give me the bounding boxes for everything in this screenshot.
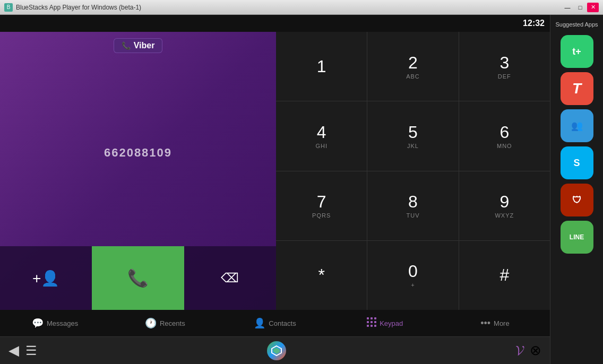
key-number-7: 7 — [317, 193, 326, 211]
key-1[interactable]: 1 — [276, 32, 367, 101]
titlebar: B BlueStacks App Player for Windows (bet… — [0, 0, 603, 15]
window-title: BlueStacks App Player for Windows (beta-… — [16, 4, 141, 11]
key-#[interactable]: # — [459, 241, 550, 310]
key-number-1: 1 — [317, 57, 326, 76]
maximize-button[interactable]: □ — [574, 3, 586, 12]
sys-right-buttons: 𝓥 ⊗ — [515, 342, 541, 359]
close-button[interactable]: ✕ — [587, 3, 599, 12]
back-button[interactable]: ◀ — [8, 342, 19, 359]
menu-button[interactable]: ☰ — [25, 343, 37, 358]
key-letters-3: DEF — [498, 73, 511, 80]
app-icon-MN: 👥 — [571, 120, 583, 132]
sidebar-app-t-app[interactable]: T — [561, 72, 593, 105]
nav-icon-keypad — [367, 317, 376, 330]
nav-label-contacts: Contacts — [269, 319, 296, 327]
phone-number-display: 662088109 — [0, 59, 276, 246]
backspace-icon: ⌫ — [221, 271, 239, 285]
svg-rect-4 — [371, 321, 373, 323]
nav-item-messages[interactable]: 💬Messages — [0, 310, 110, 336]
svg-rect-1 — [371, 317, 373, 319]
app-icon-Skype: S — [573, 158, 580, 169]
backspace-button[interactable]: ⌫ — [184, 246, 276, 310]
svg-rect-2 — [374, 317, 376, 319]
key-0[interactable]: 0+ — [367, 241, 458, 310]
key-number-9: 9 — [499, 193, 509, 211]
app-icon-text+: t+ — [572, 46, 581, 57]
nav-label-recents: Recents — [160, 319, 185, 327]
sidebar-app-avira[interactable]: 🛡 — [561, 184, 593, 216]
key-5[interactable]: 5JKL — [367, 101, 458, 170]
svg-rect-5 — [374, 321, 376, 323]
keypad-grid: 12ABC3DEF4GHI5JKL6MNO7PQRS8TUV9WXYZ*0+# — [276, 32, 550, 310]
viber-logo: 📞 Viber — [114, 38, 163, 53]
clock: 12:32 — [523, 19, 545, 28]
app-icon-T-app: T — [572, 80, 581, 97]
svg-rect-8 — [374, 325, 376, 327]
nav-label-more: More — [494, 319, 510, 327]
minimize-button[interactable]: — — [562, 3, 573, 12]
sidebar-app-mn[interactable]: 👥 — [561, 109, 593, 142]
key-number-4: 4 — [317, 123, 326, 142]
phone-content: 📞 Viber 662088109 +👤 📞 ⌫ — [0, 32, 550, 310]
system-bar: ◀ ☰ 𝓥 ⊗ — [0, 336, 550, 364]
phone-area: 12:32 📞 Viber 662088109 +👤 — [0, 15, 550, 364]
viber-header: 📞 Viber — [0, 32, 276, 59]
viber-label: Viber — [134, 41, 155, 50]
key-number-#: # — [499, 266, 509, 284]
key-6[interactable]: 6MNO — [459, 101, 550, 170]
sidebar-app-text+[interactable]: t+ — [561, 35, 593, 68]
viber-phone-icon: 📞 — [122, 41, 131, 50]
add-contact-button[interactable]: +👤 — [0, 246, 92, 310]
nav-icon-more: ••• — [480, 318, 490, 329]
key-letters-2: ABC — [406, 73, 420, 80]
viber-sys-icon[interactable]: 𝓥 — [515, 342, 523, 359]
key-number-*: * — [318, 266, 324, 284]
key-number-0: 0 — [408, 262, 418, 281]
nav-icon-contacts: 👤 — [254, 317, 265, 329]
key-2[interactable]: 2ABC — [367, 32, 458, 101]
key-4[interactable]: 4GHI — [276, 101, 367, 170]
key-letters-8: TUV — [406, 212, 419, 219]
key-number-3: 3 — [499, 54, 509, 72]
key-8[interactable]: 8TUV — [367, 171, 458, 240]
key-letters-9: WXYZ — [495, 212, 514, 219]
viber-action-buttons: +👤 📞 ⌫ — [0, 246, 276, 310]
call-button[interactable]: 📞 — [92, 246, 184, 310]
app-icon: B — [4, 3, 13, 12]
settings-sys-icon[interactable]: ⊗ — [530, 342, 541, 359]
app-icon-Avira: 🛡 — [572, 195, 582, 206]
key-3[interactable]: 3DEF — [459, 32, 550, 101]
key-letters-5: JKL — [407, 143, 419, 149]
svg-rect-7 — [371, 325, 373, 327]
svg-rect-3 — [367, 321, 369, 323]
sidebar-app-skype[interactable]: S — [561, 146, 593, 179]
svg-marker-10 — [273, 348, 280, 354]
nav-item-more[interactable]: •••More — [440, 310, 550, 336]
keypad-area: 12ABC3DEF4GHI5JKL6MNO7PQRS8TUV9WXYZ*0+# — [276, 32, 550, 310]
window-controls: — □ ✕ — [562, 3, 599, 12]
viber-panel: 📞 Viber 662088109 +👤 📞 ⌫ — [0, 32, 276, 310]
app-icon-LINE: LINE — [570, 233, 584, 241]
key-number-5: 5 — [408, 123, 418, 142]
nav-label-keypad: Keypad — [380, 319, 403, 327]
nav-item-recents[interactable]: 🕐Recents — [110, 310, 220, 336]
key-7[interactable]: 7PQRS — [276, 171, 367, 240]
sidebar-app-line[interactable]: LINE — [561, 221, 593, 254]
nav-icon-messages: 💬 — [32, 317, 44, 329]
key-9[interactable]: 9WXYZ — [459, 171, 550, 240]
call-icon: 📞 — [127, 268, 149, 288]
add-contact-icon: +👤 — [32, 270, 59, 287]
svg-rect-6 — [367, 325, 369, 327]
nav-item-keypad[interactable]: Keypad — [330, 310, 440, 336]
nav-item-contacts[interactable]: 👤Contacts — [220, 310, 330, 336]
svg-rect-0 — [367, 317, 369, 319]
key-*[interactable]: * — [276, 241, 367, 310]
status-bar: 12:32 — [0, 15, 550, 32]
bluestacks-logo[interactable] — [267, 341, 286, 360]
main-area: 12:32 📞 Viber 662088109 +👤 — [0, 15, 603, 364]
key-number-2: 2 — [408, 54, 418, 72]
phone-number: 662088109 — [104, 146, 172, 160]
sys-left-buttons: ◀ ☰ — [8, 342, 37, 359]
nav-label-messages: Messages — [47, 319, 78, 327]
key-letters-0: + — [411, 282, 415, 288]
